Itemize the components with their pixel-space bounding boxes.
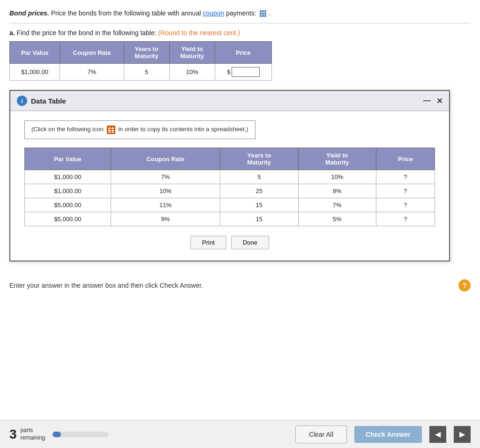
dt-price-1: ? bbox=[376, 184, 435, 198]
modal-title: Data Table bbox=[31, 97, 66, 105]
svg-rect-1 bbox=[262, 10, 264, 12]
header-yield-maturity: Yield toMaturity bbox=[169, 42, 215, 64]
svg-rect-11 bbox=[112, 127, 114, 129]
header-par-value: Par Value bbox=[10, 42, 60, 64]
help-button[interactable]: ? bbox=[458, 279, 471, 291]
svg-rect-13 bbox=[112, 130, 114, 131]
parts-number: 3 bbox=[9, 427, 17, 442]
modal-header: i Data Table — ✕ bbox=[10, 91, 449, 111]
dt-yield-maturity-0: 10% bbox=[298, 170, 376, 184]
svg-rect-10 bbox=[108, 127, 111, 129]
dt-par-value-2: $5,000.00 bbox=[25, 198, 111, 212]
header-coupon-rate: Coupon Rate bbox=[60, 42, 124, 64]
check-answer-button[interactable]: Check Answer bbox=[354, 426, 422, 443]
svg-rect-5 bbox=[264, 13, 266, 15]
svg-rect-15 bbox=[112, 132, 114, 133]
prev-button[interactable]: ◀ bbox=[429, 426, 446, 443]
data-table-modal: i Data Table — ✕ (Click on the following… bbox=[9, 90, 450, 261]
header-price: Price bbox=[215, 42, 271, 64]
coupon-link[interactable]: coupon bbox=[202, 9, 224, 17]
problem-statement: Bond prices. Price the bonds from the fo… bbox=[9, 8, 471, 18]
dt-yield-maturity-2: 7% bbox=[298, 198, 376, 212]
data-table: Par Value Coupon Rate Years toMaturity Y… bbox=[24, 148, 435, 226]
dt-header-years-maturity: Years toMaturity bbox=[220, 148, 298, 170]
done-button[interactable]: Done bbox=[231, 236, 269, 249]
dt-coupon-rate-1: 10% bbox=[111, 184, 220, 198]
main-yield-maturity: 10% bbox=[169, 64, 215, 81]
dt-par-value-1: $1,000.00 bbox=[25, 184, 111, 198]
svg-rect-14 bbox=[108, 132, 111, 133]
svg-rect-8 bbox=[264, 15, 266, 17]
dt-years-maturity-3: 15 bbox=[220, 212, 298, 226]
price-input[interactable] bbox=[232, 67, 260, 77]
dt-years-maturity-0: 5 bbox=[220, 170, 298, 184]
problem-bold: Bond prices. bbox=[9, 9, 49, 17]
svg-rect-9 bbox=[107, 126, 115, 134]
main-coupon-rate: 7% bbox=[60, 64, 124, 81]
data-table-row: $1,000.00 7% 5 10% ? bbox=[25, 170, 435, 184]
svg-rect-2 bbox=[264, 10, 266, 12]
dt-header-par-value: Par Value bbox=[25, 148, 111, 170]
part-a-label: a. Find the price for the bond in the fo… bbox=[9, 29, 471, 37]
data-table-row: $5,000.00 11% 15 7% ? bbox=[25, 198, 435, 212]
dt-price-2: ? bbox=[376, 198, 435, 212]
main-par-value: $1,000.00 bbox=[10, 64, 60, 81]
modal-close-button[interactable]: ✕ bbox=[436, 97, 442, 105]
parts-text: parts remaining bbox=[21, 427, 45, 441]
data-table-row: $5,000.00 9% 15 5% ? bbox=[25, 212, 435, 226]
info-icon: i bbox=[17, 96, 27, 106]
main-years-maturity: 5 bbox=[124, 64, 169, 81]
bottom-bar: 3 parts remaining Clear All Check Answer… bbox=[0, 420, 480, 448]
dt-years-maturity-1: 25 bbox=[220, 184, 298, 198]
dt-coupon-rate-2: 11% bbox=[111, 198, 220, 212]
parts-section: 3 parts remaining bbox=[9, 427, 45, 442]
dt-price-3: ? bbox=[376, 212, 435, 226]
dt-header-yield-maturity: Yield toMaturity bbox=[298, 148, 376, 170]
dt-price-0: ? bbox=[376, 170, 435, 184]
main-table-row: $1,000.00 7% 5 10% $ bbox=[10, 64, 272, 81]
bottom-instruction: Enter your answer in the answer box and … bbox=[0, 271, 480, 296]
dt-header-price: Price bbox=[376, 148, 435, 170]
next-button[interactable]: ▶ bbox=[454, 426, 471, 443]
data-table-row: $1,000.00 10% 25 8% ? bbox=[25, 184, 435, 198]
svg-rect-4 bbox=[262, 13, 264, 15]
print-button[interactable]: Print bbox=[190, 236, 226, 249]
dt-coupon-rate-0: 7% bbox=[111, 170, 220, 184]
modal-body: (Click on the following icon in order to… bbox=[10, 111, 449, 261]
dt-par-value-0: $1,000.00 bbox=[25, 170, 111, 184]
dt-par-value-3: $5,000.00 bbox=[25, 212, 111, 226]
progress-bar-fill bbox=[52, 432, 61, 437]
svg-rect-12 bbox=[108, 130, 111, 131]
modal-buttons: Print Done bbox=[24, 236, 435, 249]
price-dollar-sign: $ bbox=[227, 68, 230, 75]
progress-bar-container bbox=[52, 432, 109, 437]
dt-coupon-rate-3: 9% bbox=[111, 212, 220, 226]
main-price-cell: $ bbox=[215, 64, 271, 81]
dt-header-coupon-rate: Coupon Rate bbox=[111, 148, 220, 170]
svg-rect-0 bbox=[260, 10, 262, 12]
instruction-text: Enter your answer in the answer box and … bbox=[9, 282, 203, 289]
modal-minimize-button[interactable]: — bbox=[423, 97, 431, 105]
dt-yield-maturity-1: 8% bbox=[298, 184, 376, 198]
divider bbox=[9, 23, 471, 23]
svg-rect-7 bbox=[262, 15, 264, 17]
grid-icon bbox=[259, 10, 267, 17]
dt-years-maturity-2: 15 bbox=[220, 198, 298, 212]
main-table: Par Value Coupon Rate Years toMaturity Y… bbox=[9, 41, 272, 81]
dt-yield-maturity-3: 5% bbox=[298, 212, 376, 226]
copy-instruction: (Click on the following icon in order to… bbox=[24, 120, 255, 139]
svg-rect-6 bbox=[260, 15, 262, 17]
header-years-maturity: Years toMaturity bbox=[124, 42, 169, 64]
clear-all-button[interactable]: Clear All bbox=[295, 426, 347, 443]
svg-rect-3 bbox=[260, 13, 262, 15]
spreadsheet-icon bbox=[107, 126, 115, 134]
